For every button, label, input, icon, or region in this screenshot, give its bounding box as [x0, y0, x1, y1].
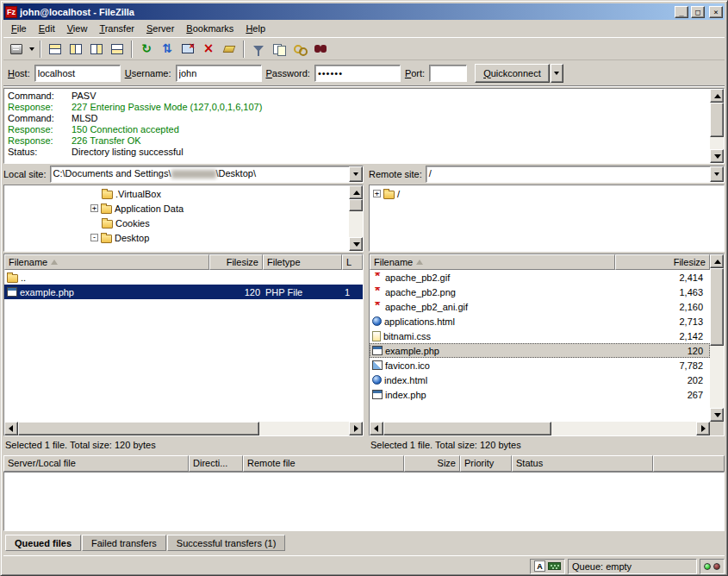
process-queue-button[interactable]: ⇅: [157, 40, 177, 59]
remote-list-body[interactable]: apache_pb2.gif2,414 apache_pb2.png1,463 …: [370, 270, 710, 422]
column-header-remote-file[interactable]: Remote file: [243, 455, 404, 472]
titlebar[interactable]: Fz john@localhost - FileZilla _ □ ×: [3, 3, 725, 20]
scroll-up-button[interactable]: [710, 254, 724, 268]
scroll-thumb[interactable]: [18, 422, 259, 435]
column-header-filename[interactable]: Filename: [370, 254, 615, 270]
scroll-down-button[interactable]: [710, 408, 724, 422]
scroll-right-button[interactable]: [696, 422, 710, 435]
dropdown-button[interactable]: [710, 166, 724, 182]
queue-body[interactable]: [3, 472, 725, 531]
menu-transfer[interactable]: Transfer: [93, 21, 140, 36]
scroll-right-button[interactable]: [349, 422, 363, 435]
menu-view[interactable]: View: [61, 21, 94, 36]
toggle-remote-tree-button[interactable]: [86, 40, 107, 59]
dropdown-button[interactable]: [349, 166, 363, 182]
file-row[interactable]: index.html202: [370, 373, 710, 387]
minimize-button[interactable]: _: [675, 6, 688, 18]
column-header-size[interactable]: Size: [404, 455, 460, 472]
remote-tree-body[interactable]: +/: [370, 185, 724, 251]
file-row[interactable]: index.php267: [370, 387, 710, 402]
cancel-operation-button[interactable]: ×: [198, 40, 219, 59]
column-header-priority[interactable]: Priority: [460, 455, 512, 472]
menu-file[interactable]: File: [5, 21, 33, 36]
file-row[interactable]: bitnami.css2,142: [370, 329, 710, 343]
message-log-body[interactable]: Command:PASV Response:227 Entering Passi…: [4, 89, 710, 163]
column-header-modified[interactable]: L: [342, 254, 363, 270]
file-row[interactable]: applications.html2,713: [370, 314, 710, 329]
menu-server[interactable]: Server: [140, 21, 180, 36]
disconnect-button[interactable]: [177, 40, 198, 59]
remote-list-scrollbar[interactable]: [710, 254, 724, 422]
refresh-button[interactable]: ↻: [136, 40, 157, 59]
tree-item[interactable]: Cookies: [4, 216, 349, 230]
tab-queued-files[interactable]: Queued files: [5, 535, 81, 551]
file-row[interactable]: apache_pb2.gif2,414: [370, 270, 710, 285]
expand-toggle[interactable]: +: [90, 204, 98, 212]
scroll-down-button[interactable]: [349, 237, 363, 251]
reconnect-button[interactable]: [219, 40, 240, 59]
column-header-filesize[interactable]: Filesize: [615, 254, 710, 270]
column-header-filename[interactable]: Filename: [4, 254, 209, 270]
scroll-left-button[interactable]: [4, 422, 18, 435]
scroll-left-button[interactable]: [370, 422, 383, 435]
username-input[interactable]: [176, 65, 262, 82]
file-size: 2,142: [615, 331, 710, 341]
local-tree-body[interactable]: .VirtualBox +Application Data Cookies -D…: [4, 185, 349, 251]
scroll-down-button[interactable]: [710, 149, 724, 163]
file-row[interactable]: apache_pb2.png1,463: [370, 285, 710, 299]
file-row[interactable]: example.php 120 PHP File 1: [4, 285, 363, 299]
scroll-thumb[interactable]: [710, 268, 724, 346]
directory-comparison-button[interactable]: [269, 40, 289, 59]
column-header-server-local-file[interactable]: Server/Local file: [3, 455, 189, 472]
file-row[interactable]: apache_pb2_ani.gif2,160: [370, 299, 710, 314]
column-header-status[interactable]: Status: [512, 455, 653, 472]
filter-button[interactable]: [248, 40, 269, 59]
site-manager-dropdown-button[interactable]: [27, 40, 36, 59]
tree-item[interactable]: +/: [370, 186, 724, 201]
scroll-up-button[interactable]: [349, 185, 363, 199]
menu-help[interactable]: Help: [240, 21, 271, 36]
file-row[interactable]: ..: [4, 270, 363, 285]
synchronized-browsing-button[interactable]: [289, 40, 310, 59]
log-scrollbar[interactable]: [710, 89, 724, 163]
local-tree-scrollbar[interactable]: [349, 185, 363, 251]
scroll-thumb[interactable]: [710, 103, 724, 137]
column-header-filesize[interactable]: Filesize: [209, 254, 263, 270]
tree-item[interactable]: +Application Data: [4, 201, 349, 216]
remote-site-combo[interactable]: /: [426, 166, 725, 183]
scroll-up-button[interactable]: [710, 89, 724, 103]
host-input[interactable]: [34, 65, 121, 82]
scroll-thumb[interactable]: [383, 422, 551, 435]
password-input[interactable]: [314, 65, 401, 82]
port-input[interactable]: [429, 65, 467, 82]
tab-failed-transfers[interactable]: Failed transfers: [82, 535, 166, 551]
file-size: 2,414: [615, 272, 710, 283]
menu-edit[interactable]: Edit: [33, 21, 61, 36]
process-queue-icon: ⇅: [162, 42, 172, 55]
toggle-transfer-queue-button[interactable]: [107, 40, 128, 59]
remote-list-hscrollbar[interactable]: [370, 422, 710, 435]
scroll-thumb[interactable]: [349, 199, 363, 211]
quickconnect-button[interactable]: Quickconnect: [475, 64, 550, 83]
collapse-toggle[interactable]: -: [90, 234, 98, 241]
find-files-button[interactable]: [310, 40, 331, 59]
maximize-button[interactable]: □: [691, 6, 705, 18]
tree-item[interactable]: -Desktop: [4, 230, 349, 245]
toggle-message-log-button[interactable]: [45, 40, 65, 59]
quickconnect-dropdown-button[interactable]: [551, 64, 563, 83]
column-header-direction[interactable]: Directi...: [189, 455, 243, 472]
site-manager-button[interactable]: [6, 40, 27, 59]
close-button[interactable]: ×: [709, 6, 723, 18]
file-name: apache_pb2.gif: [385, 272, 450, 283]
expand-toggle[interactable]: +: [373, 190, 381, 197]
tree-item[interactable]: .VirtualBox: [4, 186, 349, 201]
local-list-body[interactable]: .. example.php 120 PHP File 1: [4, 270, 363, 422]
local-list-hscrollbar[interactable]: [4, 422, 363, 435]
column-header-filetype[interactable]: Filetype: [263, 254, 342, 270]
file-row[interactable]: favicon.ico7,782: [370, 358, 710, 373]
menu-bookmarks[interactable]: Bookmarks: [180, 21, 240, 36]
tab-successful-transfers[interactable]: Successful transfers (1): [167, 535, 286, 551]
toggle-local-tree-button[interactable]: [65, 40, 86, 59]
file-row[interactable]: example.php120: [370, 343, 710, 358]
local-site-combo[interactable]: C:\Documents and Settings\\Desktop\: [50, 166, 364, 183]
